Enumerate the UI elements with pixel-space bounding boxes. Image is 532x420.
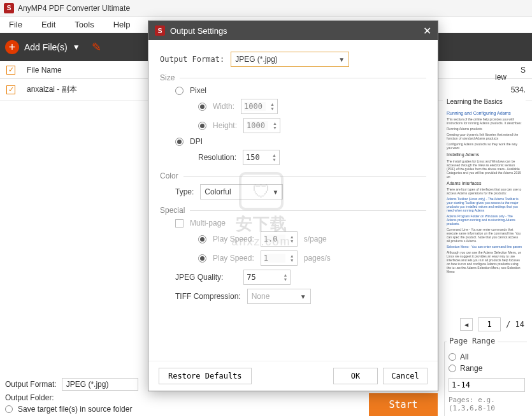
preview-text: The install guides for Linux and Windows… (447, 159, 522, 178)
radio-playspeed-spage[interactable] (198, 235, 206, 243)
width-input (244, 102, 266, 111)
close-icon[interactable]: ✕ (423, 25, 431, 37)
column-size: S (521, 66, 526, 75)
edit-icon[interactable]: ✎ (92, 40, 101, 54)
jpeg-quality-spinner[interactable]: ▲▼ (243, 270, 291, 285)
preview-text: Creating your dynamic link libraries tha… (447, 133, 522, 140)
menu-help[interactable]: Help (110, 18, 134, 31)
preview-h1: Learning the Basics (447, 98, 522, 106)
radio-dpi[interactable] (175, 138, 183, 146)
output-format-label: Output Format: (160, 55, 224, 64)
output-format-select[interactable]: JPEG (*.jpg) (62, 378, 138, 391)
cancel-button[interactable]: Cancel (383, 368, 428, 384)
type-value: Colorful (205, 187, 231, 196)
page-total: / 14 (506, 320, 524, 329)
dialog-title: Output Settings (170, 26, 227, 36)
spinner-arrows: ▲▼ (290, 254, 294, 263)
chevron-down-icon: ▼ (300, 293, 306, 300)
save-source-label: Save target file(s) in source folder (18, 405, 132, 414)
restore-defaults-button[interactable]: Restore Defaults (159, 368, 252, 384)
preview-text: This section of the online help provides… (447, 117, 522, 125)
multipage-label: Multi-page (190, 219, 226, 228)
ok-button[interactable]: OK (333, 368, 378, 384)
menu-edit[interactable]: Edit (38, 18, 59, 31)
tiff-compression-combo[interactable]: None ▼ (247, 289, 311, 304)
row-checkbox[interactable]: ✓ (6, 85, 15, 94)
multipage-checkbox[interactable] (175, 219, 183, 228)
menu-tools[interactable]: Tools (71, 18, 97, 31)
preview-text: Although you can use the Adams Selection… (447, 250, 522, 273)
radio-height[interactable] (198, 122, 206, 130)
playspeed1-label: Play Speed: (213, 235, 254, 243)
height-spinner[interactable]: ▲▼ (243, 118, 280, 133)
add-files-label: Add File(s) (24, 42, 68, 52)
radio-all[interactable] (449, 353, 456, 361)
width-spinner[interactable]: ▲▼ (241, 99, 278, 114)
first-page-button[interactable]: ◄ (460, 318, 473, 331)
radio-width[interactable] (198, 103, 206, 111)
height-input (247, 121, 268, 130)
output-folder-label: Output Folder: (5, 393, 54, 402)
start-button[interactable]: Start (369, 393, 438, 416)
dialog-icon: S (155, 25, 165, 36)
preview-h3: Installing Adams (447, 152, 522, 157)
output-format-label: Output Format: (5, 380, 57, 389)
playspeed1-input (264, 235, 285, 243)
pixel-label: Pixel (190, 86, 206, 95)
tiff-compression-label: TIFF Compression: (175, 292, 241, 301)
preview-text: Command Line - You can enter commands th… (447, 228, 522, 243)
app-title: AnyMP4 PDF Converter Ultimate (18, 4, 130, 13)
spinner-arrows: ▲▼ (270, 102, 275, 111)
add-files-dropdown[interactable]: ▼ (73, 43, 80, 52)
resolution-label: Resolution: (198, 153, 236, 162)
playspeed1-unit: s/page (304, 235, 327, 243)
special-section-label: Special (160, 206, 185, 215)
page-nav: ◄ / 14 (460, 317, 524, 331)
preview-text: Configuring Adams products so they work … (447, 142, 522, 150)
title-bar: S AnyMP4 PDF Converter Ultimate (0, 0, 532, 17)
color-type-combo[interactable]: Colorful ▼ (200, 184, 283, 199)
playspeed2-label: Play Speed: (213, 254, 254, 263)
plus-icon: + (5, 40, 19, 54)
type-label: Type: (175, 187, 194, 196)
file-name: anxaizai - 副本 (27, 84, 77, 95)
spinner-arrows[interactable]: ▲▼ (283, 273, 287, 282)
playspeed2-spinner[interactable]: ▲▼ (261, 250, 298, 266)
preview-text: Selection Menu - You can enter command-l… (447, 245, 522, 249)
preview-pane: Learning the Basics Running and Configur… (443, 94, 526, 311)
spinner-arrows: ▲▼ (290, 235, 294, 243)
chevron-down-icon: ▼ (338, 56, 345, 63)
jpeg-quality-input[interactable] (247, 273, 268, 282)
preview-text: Running Adams products (447, 127, 522, 131)
page-range-label: Page Range (447, 337, 498, 345)
dpi-label: DPI (190, 137, 203, 146)
size-section-label: Size (160, 73, 175, 82)
dialog-footer: Restore Defaults OK Cancel (148, 361, 438, 391)
radio-playspeed-pagess[interactable] (198, 254, 206, 263)
preview-h2: Running and Configuring Adams (447, 111, 522, 116)
radio-save-source[interactable] (5, 405, 13, 413)
playspeed2-unit: pages/s (304, 254, 331, 263)
dialog-title-bar: S Output Settings ✕ (148, 21, 438, 40)
spinner-arrows: ▲▼ (273, 121, 277, 130)
spinner-arrows[interactable]: ▲▼ (272, 153, 277, 162)
resolution-spinner[interactable]: ▲▼ (243, 150, 280, 165)
resolution-input[interactable] (246, 153, 268, 162)
select-all-checkbox[interactable]: ✓ (6, 66, 15, 75)
playspeed1-spinner[interactable]: ▲▼ (261, 231, 298, 247)
width-label: Width: (213, 102, 234, 111)
page-input[interactable] (478, 317, 501, 331)
output-settings-dialog: S Output Settings ✕ Output Format: JPEG … (148, 20, 438, 391)
height-label: Height: (213, 121, 237, 130)
app-icon: S (4, 3, 14, 13)
radio-pixel[interactable] (175, 87, 183, 95)
preview-h4: Adams Interfaces (447, 181, 522, 186)
menu-file[interactable]: File (5, 18, 26, 31)
jpeg-quality-label: JPEG Quality: (175, 273, 223, 282)
file-size: 534. (511, 85, 526, 94)
preview-text: Adams Toolbar (Linux only) - The Adams T… (447, 197, 522, 212)
preview-text: There are four types of interfaces that … (447, 187, 522, 195)
preview-header-partial: iew (495, 73, 507, 82)
output-format-combo[interactable]: JPEG (*.jpg) ▼ (231, 52, 349, 67)
add-files-button[interactable]: + Add File(s) (5, 40, 68, 54)
